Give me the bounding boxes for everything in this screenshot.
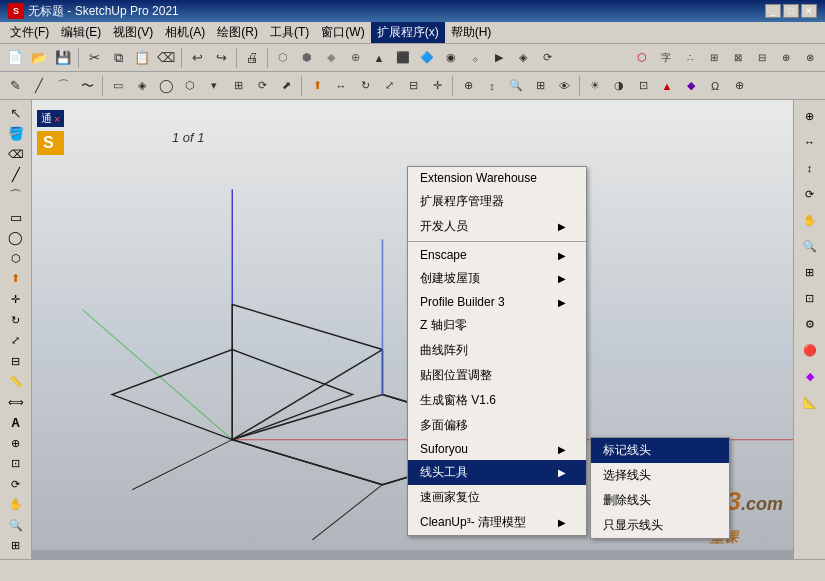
modify-btn3[interactable]: ↻ xyxy=(354,75,376,97)
menu-extensions[interactable]: 扩展程序(x) xyxy=(371,22,445,43)
modify-btn2[interactable]: ↔ xyxy=(330,75,352,97)
menu-help[interactable]: 帮助(H) xyxy=(445,22,498,43)
misc-btn5[interactable]: ◆ xyxy=(680,75,702,97)
minimize-button[interactable]: _ xyxy=(765,4,781,18)
shape-btn8[interactable]: ⬈ xyxy=(275,75,297,97)
arc-tool[interactable]: ⌒ xyxy=(4,186,28,206)
paste-button[interactable] xyxy=(131,47,153,69)
rt-btn1[interactable]: ⊕ xyxy=(798,104,822,128)
view-btn5[interactable]: ⊕ xyxy=(775,47,797,69)
dd-sudraw[interactable]: 速画家复位 xyxy=(408,485,586,510)
3d-btn10[interactable]: ▶ xyxy=(488,47,510,69)
plugin-badge-s[interactable]: S xyxy=(37,131,64,155)
modify-btn4[interactable]: ⤢ xyxy=(378,75,400,97)
pushpull-tool[interactable]: ⬆ xyxy=(4,270,28,289)
3d-btn12[interactable]: ⟳ xyxy=(536,47,558,69)
3d-btn8[interactable]: ◉ xyxy=(440,47,462,69)
misc-btn1[interactable]: ☀ xyxy=(584,75,606,97)
rt-btn4[interactable]: ⟳ xyxy=(798,182,822,206)
dd-delete-xinetou[interactable]: 删除线头 xyxy=(591,488,729,513)
plugin-close-1[interactable]: × xyxy=(54,113,60,125)
dim-tool[interactable]: ⟺ xyxy=(4,393,28,412)
pencil-button[interactable]: ✎ xyxy=(4,75,26,97)
menu-edit[interactable]: 编辑(E) xyxy=(55,22,107,43)
canvas-area[interactable]: 1 of 1 通 × S itk3.com 一堂课 xyxy=(32,100,793,559)
3d-btn3[interactable]: ◆ xyxy=(320,47,342,69)
dd-paste[interactable]: 贴图位置调整 xyxy=(408,363,586,388)
3d-btn2[interactable]: ⬢ xyxy=(296,47,318,69)
dd-roof[interactable]: 创建坡屋顶 ▶ xyxy=(408,266,586,291)
paint-tool[interactable]: 🪣 xyxy=(4,125,28,144)
arc-button[interactable]: ⌒ xyxy=(52,75,74,97)
shape-btn6[interactable]: ⊞ xyxy=(227,75,249,97)
freehand-button[interactable]: 〜 xyxy=(76,75,98,97)
rect-tool[interactable]: ▭ xyxy=(4,208,28,227)
rt-btn8[interactable]: ⊡ xyxy=(798,286,822,310)
dd-suforyou[interactable]: Suforyou ▶ xyxy=(408,438,586,460)
tape-tool[interactable]: 📏 xyxy=(4,372,28,391)
erase-toolbar-button[interactable]: ⌫ xyxy=(155,47,177,69)
open-button[interactable] xyxy=(28,47,50,69)
axes-tool[interactable]: ⊕ xyxy=(4,434,28,453)
modify-btn1[interactable]: ⬆ xyxy=(306,75,328,97)
menu-draw[interactable]: 绘图(R) xyxy=(211,22,264,43)
print-button[interactable] xyxy=(241,47,263,69)
copy-button[interactable] xyxy=(107,47,129,69)
offset-tool[interactable]: ⊟ xyxy=(4,352,28,371)
menu-window[interactable]: 窗口(W) xyxy=(315,22,370,43)
camera-btn2[interactable]: ↕ xyxy=(481,75,503,97)
view-top[interactable]: 字 xyxy=(655,47,677,69)
orbit-tool[interactable]: ⟳ xyxy=(4,475,28,494)
view-btn1[interactable]: ∴ xyxy=(679,47,701,69)
dd-manager[interactable]: 扩展程序管理器 xyxy=(408,189,586,214)
shape-btn4[interactable]: ⬡ xyxy=(179,75,201,97)
dd-profile[interactable]: Profile Builder 3 ▶ xyxy=(408,291,586,313)
zoomfit-tool[interactable]: ⊞ xyxy=(4,537,28,556)
scale-tool[interactable]: ⤢ xyxy=(4,331,28,350)
shape-btn3[interactable]: ◯ xyxy=(155,75,177,97)
modify-btn6[interactable]: ✛ xyxy=(426,75,448,97)
misc-btn6[interactable]: Ω xyxy=(704,75,726,97)
redo-button[interactable] xyxy=(210,47,232,69)
circle-tool[interactable]: ◯ xyxy=(4,229,28,248)
3d-btn4[interactable]: ⊕ xyxy=(344,47,366,69)
rt-btn9[interactable]: ⚙ xyxy=(798,312,822,336)
view-btn3[interactable]: ⊠ xyxy=(727,47,749,69)
3d-btn5[interactable]: ▲ xyxy=(368,47,390,69)
dd-xinetou[interactable]: 线头工具 ▶ xyxy=(408,460,586,485)
misc-btn7[interactable]: ⊕ xyxy=(728,75,750,97)
view-btn4[interactable]: ⊟ xyxy=(751,47,773,69)
line-button[interactable]: ╱ xyxy=(28,75,50,97)
poly-tool[interactable]: ⬡ xyxy=(4,249,28,268)
camera-btn4[interactable]: ⊞ xyxy=(529,75,551,97)
3d-btn11[interactable]: ◈ xyxy=(512,47,534,69)
3d-btn9[interactable]: ⬦ xyxy=(464,47,486,69)
menu-camera[interactable]: 相机(A) xyxy=(159,22,211,43)
cut-button[interactable] xyxy=(83,47,105,69)
rt-btn6[interactable]: 🔍 xyxy=(798,234,822,258)
menu-view[interactable]: 视图(V) xyxy=(107,22,159,43)
view-btn2[interactable]: ⊞ xyxy=(703,47,725,69)
3d-btn6[interactable]: ⬛ xyxy=(392,47,414,69)
shape-btn7[interactable]: ⟳ xyxy=(251,75,273,97)
rt-btn2[interactable]: ↔ xyxy=(798,130,822,154)
rt-btn5[interactable]: ✋ xyxy=(798,208,822,232)
dd-offset[interactable]: 多面偏移 xyxy=(408,413,586,438)
menu-tools[interactable]: 工具(T) xyxy=(264,22,315,43)
maximize-button[interactable]: □ xyxy=(783,4,799,18)
3d-btn1[interactable]: ⬡ xyxy=(272,47,294,69)
misc-btn2[interactable]: ◑ xyxy=(608,75,630,97)
dd-select-xinetou[interactable]: 选择线头 xyxy=(591,463,729,488)
camera-btn1[interactable]: ⊕ xyxy=(457,75,479,97)
move-tool[interactable]: ✛ xyxy=(4,290,28,309)
modify-btn5[interactable]: ⊟ xyxy=(402,75,424,97)
section-tool[interactable]: ⊡ xyxy=(4,455,28,474)
new-button[interactable] xyxy=(4,47,26,69)
rt-btn3[interactable]: ↕ xyxy=(798,156,822,180)
shape-btn2[interactable]: ◈ xyxy=(131,75,153,97)
rt-btn12[interactable]: 📐 xyxy=(798,390,822,414)
zoom-tool[interactable]: 🔍 xyxy=(4,516,28,535)
rt-btn10[interactable]: 🔴 xyxy=(798,338,822,362)
dd-grid[interactable]: 生成窗格 V1.6 xyxy=(408,388,586,413)
rt-btn11[interactable]: ◆ xyxy=(798,364,822,388)
